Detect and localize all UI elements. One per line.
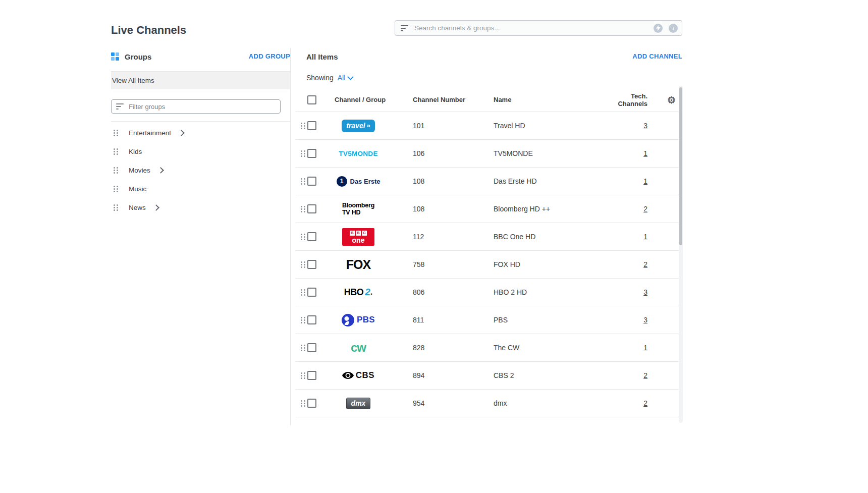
drag-handle-icon[interactable] xyxy=(114,186,118,192)
channel-name: Das Erste HD xyxy=(481,177,602,185)
group-item-kids[interactable]: Kids xyxy=(111,142,290,161)
tech-channels-link[interactable]: 1 xyxy=(643,344,647,352)
drag-handle-icon[interactable] xyxy=(301,150,305,157)
group-item-entertainment[interactable]: Entertainment xyxy=(111,124,290,142)
table-body: travel» 101 Travel HD 3 TV5MONDE 106 TV5… xyxy=(295,112,682,417)
sidebar-divider xyxy=(290,48,291,425)
row-checkbox[interactable] xyxy=(307,204,316,213)
add-channel-button[interactable]: ADD CHANNEL xyxy=(632,52,682,60)
channel-logo-cell: BBCone xyxy=(320,228,396,246)
tech-channels-link[interactable]: 2 xyxy=(643,260,647,268)
channel-name: PBS xyxy=(481,316,602,324)
tech-channels-link[interactable]: 2 xyxy=(643,399,647,407)
channel-logo-cell: dmx xyxy=(320,398,396,409)
table-row: TV5MONDE 106 TV5MONDE 1 xyxy=(295,140,682,168)
tech-channels-link[interactable]: 1 xyxy=(643,177,647,185)
channel-name: CBS 2 xyxy=(481,371,602,379)
chevron-right-icon[interactable] xyxy=(178,130,185,136)
channel-number: 806 xyxy=(396,288,481,296)
drag-handle-icon[interactable] xyxy=(301,317,305,323)
view-all-items-button[interactable]: View All Items xyxy=(111,72,290,89)
scrollbar-thumb[interactable] xyxy=(679,87,682,245)
drag-handle-icon[interactable] xyxy=(301,123,305,129)
table-scrollbar xyxy=(679,86,683,423)
filter-icon xyxy=(116,103,124,109)
row-checkbox[interactable] xyxy=(307,343,316,352)
drag-handle-icon[interactable] xyxy=(114,204,118,211)
channel-number: 108 xyxy=(396,177,481,185)
group-label: Kids xyxy=(129,148,142,155)
group-item-movies[interactable]: Movies xyxy=(111,161,290,180)
drag-handle-icon[interactable] xyxy=(114,167,118,174)
table-header-row: Channel / Group Channel Number Name Tech… xyxy=(295,88,682,112)
page-title: Live Channels xyxy=(111,24,186,37)
search-input[interactable] xyxy=(413,24,647,32)
pbs-logo: PBS xyxy=(342,314,375,326)
row-checkbox[interactable] xyxy=(307,121,316,130)
tech-channels-link[interactable]: 3 xyxy=(643,288,647,296)
drag-handle-icon[interactable] xyxy=(301,234,305,240)
drag-handle-icon[interactable] xyxy=(301,345,305,351)
chevron-right-icon[interactable] xyxy=(157,167,164,174)
global-search-bar[interactable]: i xyxy=(395,20,682,36)
tech-channels-link[interactable]: 3 xyxy=(643,122,647,130)
group-item-news[interactable]: News xyxy=(111,198,290,217)
flash-icon[interactable] xyxy=(654,24,663,33)
dmx-logo: dmx xyxy=(346,398,371,409)
groups-icon xyxy=(111,52,119,61)
das-erste-logo: 1Das Erste xyxy=(337,176,381,187)
drag-handle-icon[interactable] xyxy=(114,148,118,155)
channel-number: 112 xyxy=(396,233,481,241)
row-checkbox[interactable] xyxy=(307,315,316,324)
drag-handle-icon[interactable] xyxy=(301,400,305,407)
drag-handle-icon[interactable] xyxy=(301,289,305,296)
showing-value: All xyxy=(338,74,346,82)
chevron-right-icon[interactable] xyxy=(153,204,159,211)
group-label: Entertainment xyxy=(129,129,171,137)
the-cw-logo: cw xyxy=(351,341,366,355)
row-checkbox[interactable] xyxy=(307,288,316,297)
channel-logo-cell: HBO2. xyxy=(320,287,396,298)
group-label: Music xyxy=(129,185,146,193)
showing-dropdown[interactable]: All xyxy=(338,74,353,82)
header-name: Name xyxy=(481,96,602,103)
search-filter-icon xyxy=(401,25,408,31)
channel-number: 954 xyxy=(396,399,481,407)
groups-header: Groups ADD GROUP xyxy=(111,48,290,72)
tech-channels-link[interactable]: 3 xyxy=(643,316,647,324)
drag-handle-icon[interactable] xyxy=(301,372,305,379)
row-checkbox[interactable] xyxy=(307,399,316,408)
table-row: PBS 811 PBS 3 xyxy=(295,306,682,334)
drag-handle-icon[interactable] xyxy=(114,130,118,136)
tech-channels-link[interactable]: 1 xyxy=(643,149,647,157)
tech-channels-link[interactable]: 1 xyxy=(643,233,647,241)
select-all-checkbox[interactable] xyxy=(307,95,316,104)
drag-handle-icon[interactable] xyxy=(301,261,305,268)
groups-sidebar: Groups ADD GROUP View All Items Entertai… xyxy=(111,48,290,217)
tech-channels-link[interactable]: 2 xyxy=(643,205,647,213)
fox-logo: FOX xyxy=(346,257,370,272)
table-row: FOX 758 FOX HD 2 xyxy=(295,251,682,279)
channel-logo-cell: BloombergTV HD xyxy=(320,202,396,216)
add-group-button[interactable]: ADD GROUP xyxy=(249,52,290,60)
row-checkbox[interactable] xyxy=(307,260,316,269)
lightning-glyph xyxy=(656,25,661,31)
all-items-title: All Items xyxy=(306,52,338,61)
channel-name: HBO 2 HD xyxy=(481,288,602,296)
filter-groups-field[interactable] xyxy=(111,99,281,114)
row-checkbox[interactable] xyxy=(307,177,316,186)
table-settings-gear-icon[interactable]: ⚙ xyxy=(667,95,676,104)
filter-groups-input[interactable] xyxy=(128,102,276,111)
group-item-music[interactable]: Music xyxy=(111,180,290,198)
row-checkbox[interactable] xyxy=(307,149,316,158)
channel-number: 894 xyxy=(396,371,481,379)
drag-handle-icon[interactable] xyxy=(301,178,305,185)
drag-handle-icon[interactable] xyxy=(301,206,305,212)
channel-logo-cell: 1Das Erste xyxy=(320,176,396,187)
info-icon[interactable]: i xyxy=(669,24,678,33)
row-checkbox[interactable] xyxy=(307,232,316,241)
group-label: Movies xyxy=(129,167,150,174)
row-checkbox[interactable] xyxy=(307,371,316,380)
tech-channels-link[interactable]: 2 xyxy=(643,371,647,379)
group-label: News xyxy=(129,204,146,211)
